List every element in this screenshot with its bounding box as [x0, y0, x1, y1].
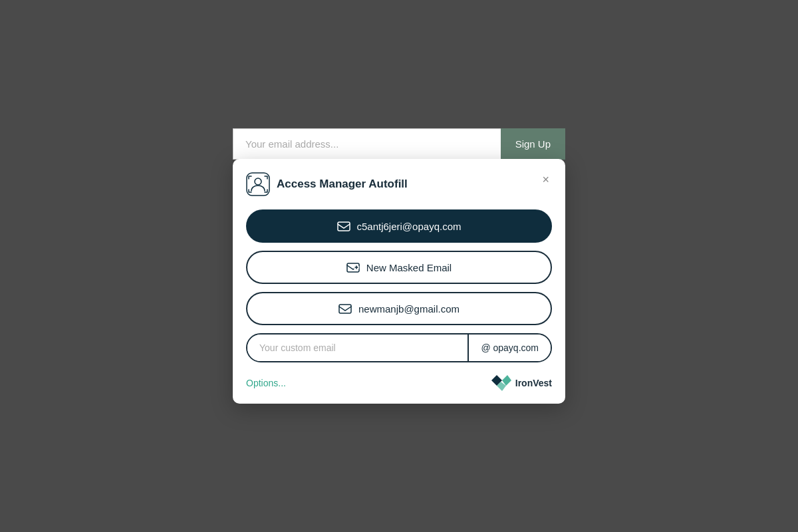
new-masked-email-label: New Masked Email	[366, 262, 452, 273]
page-wrapper: Sign Up Access Manager Autofill ×	[233, 128, 565, 404]
new-masked-email-button[interactable]: New Masked Email	[246, 251, 552, 284]
domain-badge: @ opayq.com	[467, 334, 551, 361]
close-button[interactable]: ×	[539, 172, 552, 187]
masked-email-label: c5antj6jeri@opayq.com	[357, 221, 462, 232]
svg-rect-2	[338, 222, 350, 231]
masked-email-button[interactable]: c5antj6jeri@opayq.com	[246, 209, 552, 243]
svg-rect-5	[339, 305, 351, 313]
ironvest-logo	[491, 373, 511, 393]
signup-bar: Sign Up	[233, 128, 565, 160]
popup-footer: Options... IronVest	[246, 373, 552, 393]
brand-area: IronVest	[491, 373, 552, 393]
brand-name: IronVest	[515, 378, 552, 388]
options-link[interactable]: Options...	[246, 378, 286, 388]
mail-icon-gmail	[338, 302, 352, 315]
signup-button[interactable]: Sign Up	[501, 128, 565, 160]
popup-header: Access Manager Autofill ×	[246, 172, 552, 196]
svg-point-1	[255, 178, 261, 185]
gmail-button[interactable]: newmanjb@gmail.com	[246, 292, 552, 325]
access-manager-icon	[246, 172, 270, 196]
gmail-label: newmanjb@gmail.com	[358, 303, 460, 315]
mail-plus-icon	[346, 261, 360, 274]
mail-icon-primary	[337, 219, 350, 233]
autofill-popup: Access Manager Autofill × c5antj6jeri@op…	[233, 159, 565, 404]
email-input[interactable]	[233, 128, 501, 160]
popup-title: Access Manager Autofill	[277, 178, 408, 191]
custom-email-row: @ opayq.com	[246, 333, 552, 362]
custom-email-input[interactable]	[247, 334, 467, 361]
